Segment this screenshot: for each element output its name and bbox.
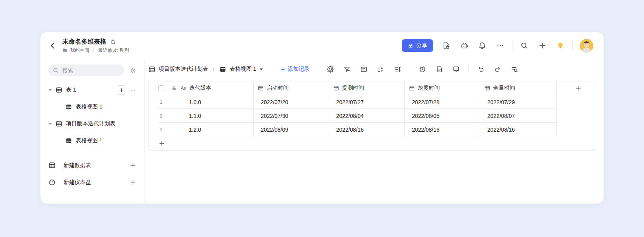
table-more-icon[interactable] <box>130 87 136 94</box>
grid-view-icon <box>65 103 72 110</box>
view-toolbar: 项目版本迭代计划表 / 表格视图 1 <box>148 62 604 76</box>
sidebar-divider <box>48 155 136 155</box>
lightbulb-icon[interactable] <box>556 41 565 50</box>
date-cell[interactable]: 2022/08/16 <box>329 123 405 136</box>
select-all-checkbox[interactable] <box>158 85 164 91</box>
notifications-bell-icon[interactable] <box>478 41 487 50</box>
new-table-row[interactable]: 新建数据表 <box>48 157 136 174</box>
table-icon <box>55 120 62 127</box>
column-header-date[interactable]: 启动时间 <box>254 81 329 95</box>
date-cell[interactable]: 2022/07/28 <box>405 95 480 109</box>
calendar-icon <box>409 85 415 91</box>
app-header: 未命名多维表格 我的空间 最近修改: 刚刚 <box>40 32 604 58</box>
data-grid: 迭代版本 启动时间 提测时间 <box>148 81 596 151</box>
add-dashboard-icon[interactable] <box>130 179 136 186</box>
spacer <box>437 41 437 50</box>
primary-cell[interactable]: 2 1.1.0 <box>148 109 254 123</box>
alarm-clock-icon[interactable] <box>418 65 427 73</box>
table-label: 项目版本迭代计划表 <box>66 120 136 127</box>
lock-icon <box>172 86 177 91</box>
column-header-date[interactable]: 提测时间 <box>329 81 405 95</box>
avatar[interactable] <box>580 39 593 53</box>
redo-icon[interactable] <box>494 65 502 73</box>
add-view-button[interactable] <box>117 85 126 95</box>
new-table-label: 新建数据表 <box>64 162 125 169</box>
more-icon[interactable] <box>496 41 505 50</box>
column-header-date[interactable]: 灰度时间 <box>405 81 480 95</box>
form-icon[interactable] <box>435 65 444 73</box>
date-cell[interactable]: 2022/08/04 <box>329 109 405 123</box>
breadcrumb-table-name[interactable]: 项目版本迭代计划表 <box>159 66 208 73</box>
sort-icon[interactable]: AZ <box>377 65 385 73</box>
view-label: 表格视图 1 <box>76 137 136 144</box>
breadcrumb-view-name[interactable]: 表格视图 1 <box>230 66 256 73</box>
new-dashboard-row[interactable]: 新建仪表盘 <box>48 174 136 191</box>
row-number[interactable]: 3 <box>148 127 174 132</box>
chevron-down-icon[interactable] <box>259 67 263 72</box>
sidebar-view-table1[interactable]: 表格视图 1 <box>48 101 136 113</box>
comment-icon[interactable] <box>452 65 461 73</box>
sidebar-view-table2[interactable]: 表格视图 1 <box>48 135 136 147</box>
column-label: 提测时间 <box>342 85 364 92</box>
automation-robot-icon[interactable] <box>459 41 469 50</box>
primary-cell[interactable]: 3 1.2.0 <box>148 123 254 136</box>
view-label: 表格视图 1 <box>76 103 136 110</box>
table-label: 表 1 <box>66 86 117 94</box>
caret-down-icon[interactable] <box>48 88 53 92</box>
breadcrumb-space[interactable]: 我的空间 <box>70 47 89 54</box>
date-cell[interactable]: 2022/07/27 <box>329 95 405 109</box>
add-field-button[interactable] <box>557 81 596 95</box>
star-icon[interactable] <box>110 39 116 45</box>
sidebar-table-1[interactable]: 表 1 <box>48 84 136 96</box>
last-modified: 最近修改: 刚刚 <box>98 47 129 54</box>
date-cell[interactable]: 2022/07/29 <box>480 95 557 109</box>
back-button[interactable] <box>47 40 59 51</box>
doc-lock-icon[interactable] <box>441 41 451 50</box>
settings-gear-icon[interactable] <box>326 65 335 73</box>
header-sub-divider <box>93 48 94 53</box>
page-background: 未命名多维表格 我的空间 最近修改: 刚刚 <box>0 0 644 237</box>
sidebar: 表 1 表格视图 1 <box>40 58 145 204</box>
search-input[interactable] <box>62 67 120 74</box>
group-icon[interactable] <box>360 65 368 73</box>
column-header-date[interactable]: 全量时间 <box>480 81 557 95</box>
share-button[interactable]: 分享 <box>402 39 433 52</box>
page-title[interactable]: 未命名多维表格 <box>62 38 106 46</box>
add-record-button[interactable]: 添加记录 <box>280 66 310 73</box>
row-number[interactable]: 1 <box>148 99 174 105</box>
date-cell[interactable]: 2022/08/16 <box>405 123 480 136</box>
plus-icon[interactable] <box>538 41 547 50</box>
date-cell[interactable]: 2022/07/30 <box>254 109 329 123</box>
find-records-icon[interactable] <box>510 65 519 73</box>
add-table-icon[interactable] <box>130 162 136 169</box>
search-icon <box>53 67 59 73</box>
share-lock-icon <box>408 43 413 49</box>
sidebar-footer: 新建数据表 新建仪表盘 <box>48 155 136 191</box>
date-cell[interactable]: 2022/08/16 <box>480 123 557 136</box>
filter-funnel-icon[interactable] <box>343 65 351 73</box>
date-cell[interactable]: 2022/07/20 <box>254 95 329 109</box>
bitable-window: 未命名多维表格 我的空间 最近修改: 刚刚 <box>40 32 604 204</box>
date-cell[interactable]: 2022/08/07 <box>480 109 557 123</box>
row-height-icon[interactable] <box>393 65 402 73</box>
toolbar-divider <box>318 66 318 73</box>
folder-icon <box>62 48 68 53</box>
date-cell[interactable]: 2022/08/09 <box>254 123 329 136</box>
search-icon[interactable] <box>520 41 529 50</box>
calendar-icon <box>258 85 264 91</box>
column-label: 启动时间 <box>267 85 289 92</box>
sidebar-table-2[interactable]: 项目版本迭代计划表 <box>48 118 136 130</box>
table-row: 1 1.0.0 2022/07/20 2022/07/27 2022/07/28… <box>148 95 557 109</box>
row-number[interactable]: 2 <box>148 113 174 119</box>
breadcrumb-separator: / <box>213 66 214 72</box>
header-divider <box>572 41 573 50</box>
column-header-primary[interactable]: 迭代版本 <box>148 81 254 95</box>
collapse-sidebar-icon[interactable] <box>130 67 136 74</box>
primary-cell[interactable]: 1 1.0.0 <box>148 95 254 109</box>
share-label: 分享 <box>416 42 427 49</box>
add-record-row[interactable] <box>148 136 596 151</box>
caret-down-icon[interactable] <box>48 122 53 126</box>
date-cell[interactable]: 2022/08/05 <box>405 109 480 123</box>
sidebar-search[interactable] <box>48 64 124 76</box>
undo-icon[interactable] <box>477 65 485 73</box>
